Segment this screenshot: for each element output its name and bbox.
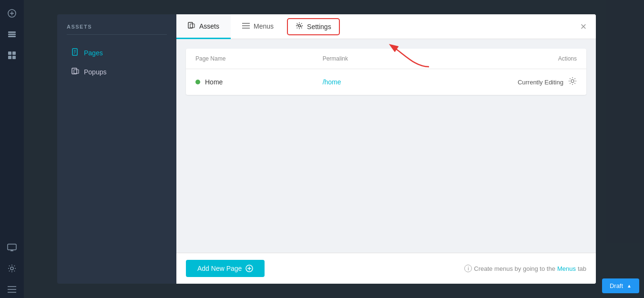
sidebar-item-popups[interactable]: Popups xyxy=(67,63,167,81)
svg-rect-21 xyxy=(72,68,77,74)
actions-cell: Currently Editing xyxy=(450,77,577,87)
hint-suffix: tab xyxy=(578,265,586,272)
assets-panel-label: ASSETS xyxy=(67,24,167,35)
tab-menus[interactable]: Menus xyxy=(231,14,285,39)
header-actions: Actions xyxy=(450,55,577,62)
layers-icon[interactable] xyxy=(3,26,20,43)
plus-icon xyxy=(245,265,253,272)
table-row: Home /home Currently Editing xyxy=(186,69,586,95)
menus-tab-icon xyxy=(242,22,250,30)
tab-assets[interactable]: Assets xyxy=(176,14,231,39)
assets-tab-icon xyxy=(188,21,195,31)
header-page-name: Page Name xyxy=(195,55,323,62)
currently-editing-text: Currently Editing xyxy=(518,79,563,86)
sidebar xyxy=(0,0,24,298)
svg-line-30 xyxy=(301,26,302,27)
pages-nav-label: Pages xyxy=(84,49,103,57)
svg-rect-8 xyxy=(8,56,11,59)
draft-button[interactable]: Draft ▲ xyxy=(602,278,639,293)
page-name-text: Home xyxy=(205,78,223,86)
tab-settings-label: Settings xyxy=(307,23,331,31)
svg-rect-7 xyxy=(12,51,16,55)
popups-icon xyxy=(72,67,79,77)
page-name-cell: Home xyxy=(195,78,323,86)
close-icon: × xyxy=(581,21,587,33)
modal-header: Assets Menus xyxy=(176,14,596,39)
modal-body: Page Name Permalink Actions Home /home C… xyxy=(176,39,596,253)
monitor-icon[interactable] xyxy=(3,239,20,256)
tab-assets-label: Assets xyxy=(199,22,219,30)
svg-point-13 xyxy=(10,267,13,270)
gear-sidebar-icon[interactable] xyxy=(3,260,20,277)
assets-panel: ASSETS Pages Popups xyxy=(57,14,176,284)
header-permalink: Permalink xyxy=(323,55,450,62)
menus-link[interactable]: Menus xyxy=(557,265,576,272)
permalink-text: /home xyxy=(323,78,341,86)
svg-rect-22 xyxy=(74,70,79,73)
svg-rect-5 xyxy=(8,36,16,37)
popups-nav-label: Popups xyxy=(84,68,106,76)
info-icon: i xyxy=(464,265,472,272)
svg-rect-9 xyxy=(12,56,16,59)
svg-rect-3 xyxy=(8,31,16,33)
status-dot-active xyxy=(195,80,200,84)
tab-menus-label: Menus xyxy=(254,22,274,30)
modal-close-button[interactable]: × xyxy=(571,14,596,39)
svg-point-28 xyxy=(298,24,301,27)
tab-settings[interactable]: Settings xyxy=(287,18,340,35)
hint-text: Create menus by going to the xyxy=(474,265,555,272)
permalink-cell[interactable]: /home xyxy=(323,78,450,86)
draft-label: Draft xyxy=(610,282,623,289)
pages-icon xyxy=(72,48,79,58)
sidebar-item-pages[interactable]: Pages xyxy=(67,44,167,62)
elements-icon[interactable] xyxy=(3,47,20,64)
add-new-page-button[interactable]: Add New Page xyxy=(186,260,265,277)
draft-chevron: ▲ xyxy=(627,283,632,288)
menu-sidebar-icon[interactable] xyxy=(3,281,20,298)
pages-table: Page Name Permalink Actions Home /home C… xyxy=(186,49,586,95)
svg-point-32 xyxy=(571,80,574,82)
table-header: Page Name Permalink Actions xyxy=(186,49,586,69)
add-new-page-label: Add New Page xyxy=(197,265,242,272)
modal-footer: Add New Page i Create menus by going to … xyxy=(176,253,596,284)
main-modal: Assets Menus xyxy=(176,14,596,284)
svg-rect-6 xyxy=(8,51,11,55)
settings-tab-icon xyxy=(296,22,303,31)
add-icon[interactable] xyxy=(3,5,20,22)
footer-hint: i Create menus by going to the Menus tab xyxy=(464,265,586,272)
page-settings-gear-icon[interactable] xyxy=(568,77,577,87)
svg-line-29 xyxy=(297,24,298,25)
svg-rect-10 xyxy=(8,244,16,250)
svg-rect-4 xyxy=(8,34,16,35)
